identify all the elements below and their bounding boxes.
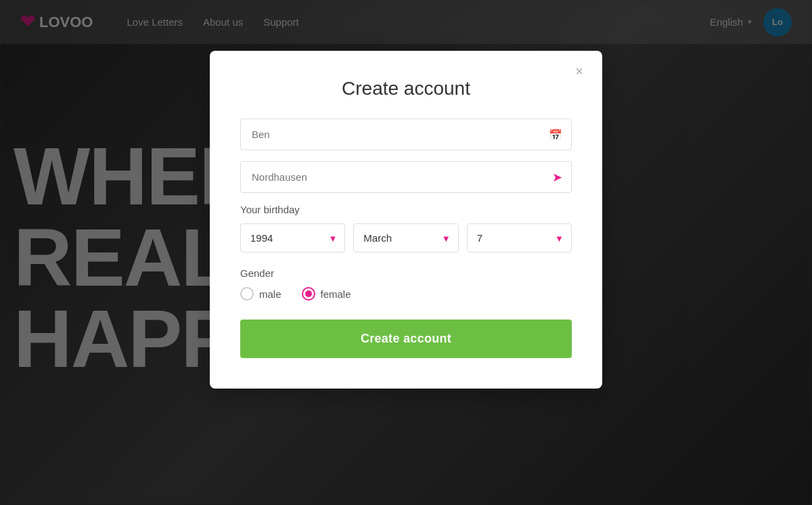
gender-female-option[interactable]: female: [302, 287, 351, 301]
location-input-group: ➤: [240, 161, 572, 193]
gender-male-label: male: [259, 288, 281, 300]
month-select[interactable]: March JanuaryFebruary AprilMayJune JulyA…: [353, 223, 458, 252]
location-input[interactable]: [240, 161, 572, 193]
year-select-wrapper: 1994 1990199119921993 19951996 ▼: [240, 223, 345, 252]
radio-male-outer: [240, 287, 254, 301]
create-account-modal: × Create account 📅 ➤ Your birthday 1994 …: [210, 51, 602, 389]
modal-title: Create account: [240, 78, 572, 100]
name-input-group: 📅: [240, 118, 572, 150]
gender-label: Gender: [240, 267, 572, 279]
day-select-wrapper: 7 1234 568910 ▼: [467, 223, 572, 252]
birthday-row: 1994 1990199119921993 19951996 ▼ March J…: [240, 223, 572, 252]
birthday-label: Your birthday: [240, 204, 572, 215]
gender-options: male female: [240, 287, 572, 301]
year-select[interactable]: 1994 1990199119921993 19951996: [240, 223, 345, 252]
day-select[interactable]: 7 1234 568910: [467, 223, 572, 252]
gender-female-label: female: [321, 288, 351, 300]
name-input[interactable]: [240, 118, 572, 150]
create-account-button[interactable]: Create account: [240, 320, 572, 358]
modal-close-button[interactable]: ×: [570, 62, 589, 81]
gender-male-option[interactable]: male: [240, 287, 281, 301]
radio-female-outer: [302, 287, 315, 301]
radio-female-inner: [305, 290, 312, 297]
gender-section: Gender male female: [240, 267, 572, 301]
month-select-wrapper: March JanuaryFebruary AprilMayJune JulyA…: [353, 223, 458, 252]
